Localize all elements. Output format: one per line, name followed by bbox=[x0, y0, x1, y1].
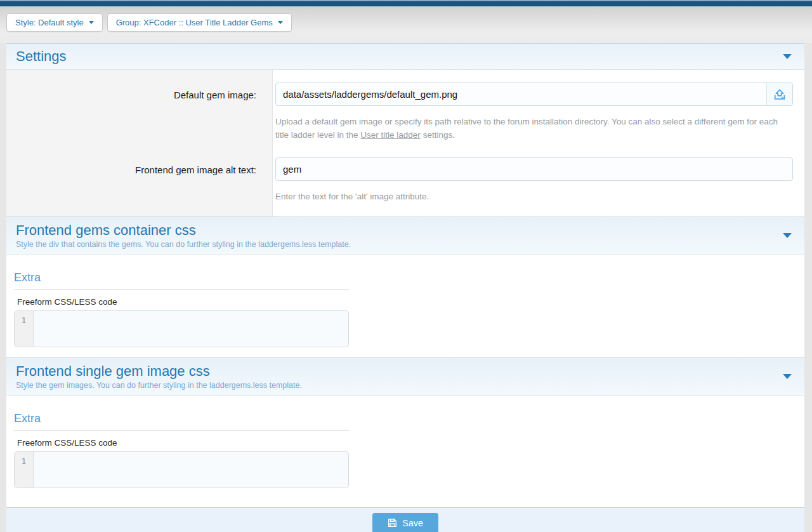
code-editor: 1 bbox=[14, 451, 349, 488]
explain-text: settings. bbox=[421, 130, 455, 140]
style-dropdown-label: Style: Default style bbox=[15, 18, 84, 27]
options-page: Settings Default gem image: U bbox=[6, 43, 804, 532]
style-toolbar: Style: Default style Group: XFCoder :: U… bbox=[0, 6, 812, 43]
chevron-down-icon bbox=[89, 21, 94, 24]
group-dropdown-label: Group: XFCoder :: User Title Ladder Gems bbox=[116, 18, 273, 27]
save-button-label: Save bbox=[402, 518, 423, 528]
container-css-body: Extra Freeform CSS/LESS code 1 bbox=[6, 270, 804, 357]
divider bbox=[14, 430, 349, 431]
line-number-gutter: 1 bbox=[15, 311, 34, 347]
section-title: Frontend gems container css bbox=[16, 221, 776, 239]
single-css-section-header[interactable]: Frontend single gem image css Style the … bbox=[6, 357, 804, 396]
section-title: Settings bbox=[16, 47, 776, 65]
code-editor-label: Freeform CSS/LESS code bbox=[17, 297, 804, 307]
alt-text-control: Enter the text for the 'alt' image attri… bbox=[265, 149, 804, 216]
upload-tray-icon bbox=[773, 88, 787, 102]
footer-bar: Save bbox=[6, 507, 804, 532]
default-gem-image-row: Default gem image: Upload a default gem … bbox=[6, 70, 804, 149]
settings-section-header[interactable]: Settings bbox=[6, 43, 804, 70]
alt-text-label: Frontend gem image alt text: bbox=[6, 149, 265, 216]
save-button[interactable]: Save bbox=[372, 513, 438, 532]
default-gem-image-label: Default gem image: bbox=[6, 70, 265, 149]
container-css-section-header[interactable]: Frontend gems container css Style the di… bbox=[6, 216, 804, 255]
default-gem-image-input-group bbox=[275, 83, 793, 106]
chevron-down-icon bbox=[278, 21, 283, 24]
field-explain: Upload a default gem image or specify it… bbox=[275, 116, 793, 142]
section-subtitle: Style the gem images. You can do further… bbox=[16, 381, 776, 390]
style-dropdown-button[interactable]: Style: Default style bbox=[6, 13, 103, 32]
alt-text-input[interactable] bbox=[275, 157, 793, 181]
user-title-ladder-link[interactable]: User title ladder bbox=[360, 130, 421, 140]
divider bbox=[14, 289, 349, 290]
extra-heading: Extra bbox=[14, 270, 804, 285]
chevron-down-icon[interactable] bbox=[783, 233, 792, 238]
section-title: Frontend single gem image css bbox=[16, 362, 776, 380]
explain-text: Upload a default gem image or specify it… bbox=[275, 117, 778, 140]
field-explain: Enter the text for the 'alt' image attri… bbox=[275, 190, 793, 204]
section-subtitle: Style the div that contains the gems. Yo… bbox=[16, 240, 776, 249]
chevron-down-icon[interactable] bbox=[783, 54, 792, 59]
code-textarea[interactable] bbox=[34, 452, 348, 488]
default-gem-image-control: Upload a default gem image or specify it… bbox=[265, 70, 804, 149]
extra-heading: Extra bbox=[14, 411, 804, 426]
code-editor-label: Freeform CSS/LESS code bbox=[17, 438, 804, 448]
alt-text-row: Frontend gem image alt text: Enter the t… bbox=[6, 149, 804, 216]
single-css-body: Extra Freeform CSS/LESS code 1 bbox=[6, 411, 804, 498]
settings-form: Default gem image: Upload a default gem … bbox=[6, 70, 804, 216]
floppy-disk-icon bbox=[388, 518, 397, 528]
code-editor: 1 bbox=[14, 310, 349, 347]
group-dropdown-button[interactable]: Group: XFCoder :: User Title Ladder Gems bbox=[107, 13, 292, 32]
top-bar bbox=[0, 1, 812, 6]
upload-button[interactable] bbox=[766, 83, 792, 105]
default-gem-image-input[interactable] bbox=[276, 83, 766, 105]
line-number-gutter: 1 bbox=[15, 452, 34, 488]
chevron-down-icon[interactable] bbox=[783, 374, 792, 379]
code-textarea[interactable] bbox=[34, 311, 348, 347]
